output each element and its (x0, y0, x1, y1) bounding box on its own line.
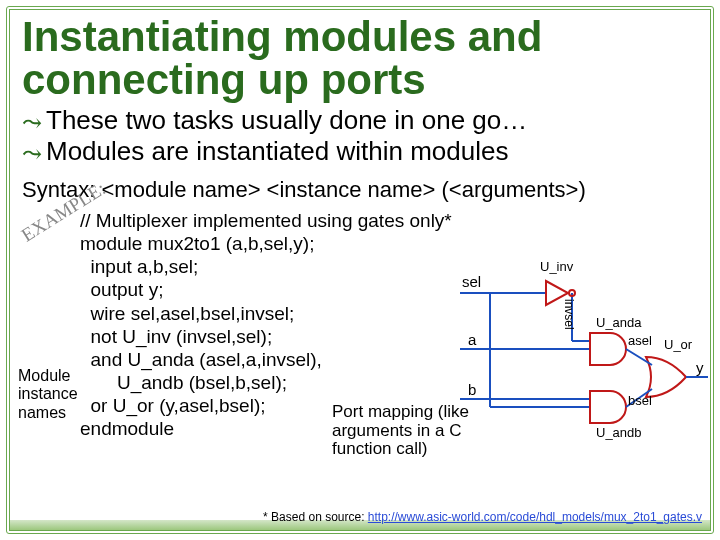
footnote: * Based on source: http://www.asic-world… (22, 510, 702, 524)
lbl-y: y (696, 359, 704, 376)
code-l1: module mux2to1 (a,b,sel,y); (80, 233, 314, 254)
lbl-b: b (468, 381, 476, 398)
diagram-svg (460, 273, 708, 443)
lbl-uanda: U_anda (596, 315, 642, 330)
annot-l2: instance (18, 385, 78, 402)
code-l0: // Multiplexer implemented using gates o… (80, 210, 452, 231)
slide-content: Instantiating modules and connecting up … (22, 16, 702, 522)
portnote-l3: function call) (332, 439, 427, 458)
code-l2: input a,b,sel; (80, 256, 198, 277)
portnote-l2: arguments in a C (332, 421, 461, 440)
lbl-uandb: U_andb (596, 425, 642, 440)
bullet-1-text: These two tasks usually done in one go… (46, 106, 527, 136)
footnote-link[interactable]: http://www.asic-world.com/code/hdl_model… (368, 510, 702, 524)
annot-l3: names (18, 404, 66, 421)
syntax-line: Syntax: <module name> <instance name> (<… (22, 177, 702, 203)
lbl-bsel: bsel (628, 393, 652, 408)
bullet-glyph: ⤳ (22, 137, 42, 169)
bullet-2: ⤳ Modules are instantiated within module… (22, 137, 702, 169)
code-l8: or U_or (y,asel,bsel); (80, 395, 265, 416)
code-l3: output y; (80, 279, 163, 300)
code-l6: and U_anda (asel,a,invsel), (80, 349, 322, 370)
code-l9: endmodule (80, 418, 174, 439)
code-l7: U_andb (bsel,b,sel); (80, 372, 287, 393)
footnote-prefix: * Based on source: (263, 510, 368, 524)
code-l4: wire sel,asel,bsel,invsel; (80, 303, 294, 324)
bullet-1: ⤳ These two tasks usually done in one go… (22, 106, 702, 138)
lbl-invsel: invsel (562, 299, 576, 330)
port-mapping-annotation: Port mapping (like arguments in a C func… (332, 403, 469, 459)
mux-gate-diagram: sel a b y U_inv invsel U_anda asel U_and… (460, 273, 708, 443)
bullet-2-text: Modules are instantiated within modules (46, 137, 508, 167)
slide-title: Instantiating modules and connecting up … (22, 16, 702, 102)
code-l5: not U_inv (invsel,sel); (80, 326, 272, 347)
bullet-list: ⤳ These two tasks usually done in one go… (22, 106, 702, 169)
portnote-l1: Port mapping (like (332, 402, 469, 421)
lbl-uor: U_or (664, 337, 692, 352)
instance-names-annotation: Module instance names (18, 367, 78, 422)
lbl-sel: sel (462, 273, 481, 290)
lbl-a: a (468, 331, 476, 348)
lbl-uinv: U_inv (540, 259, 573, 274)
lbl-asel: asel (628, 333, 652, 348)
bullet-glyph: ⤳ (22, 106, 42, 138)
example-block: EXAMPLE: // Multiplexer implemented usin… (22, 209, 702, 441)
annot-l1: Module (18, 367, 70, 384)
